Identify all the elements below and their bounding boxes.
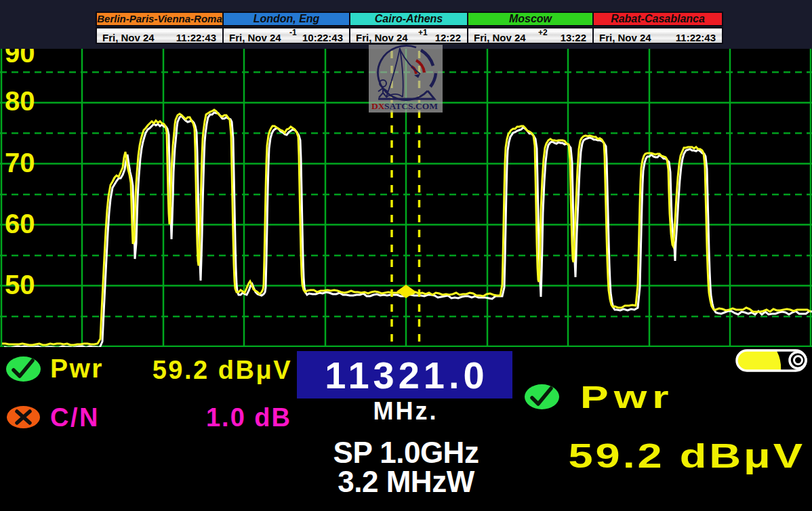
svg-text:70: 70	[5, 148, 35, 178]
svg-text:SATCS.COM: SATCS.COM	[384, 101, 438, 111]
svg-text:DX: DX	[371, 101, 385, 111]
svg-text:80: 80	[5, 86, 35, 116]
svg-text:90: 90	[5, 49, 35, 68]
svg-text:50: 50	[5, 270, 35, 300]
svg-text:60: 60	[5, 209, 35, 239]
